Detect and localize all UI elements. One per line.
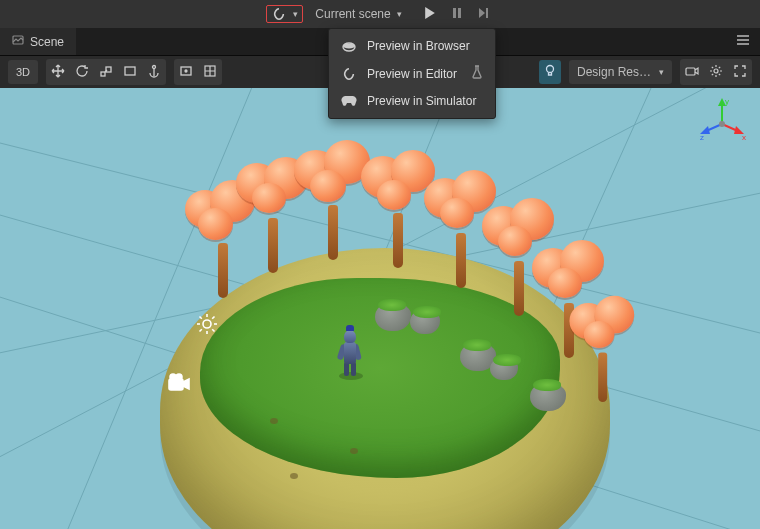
editor-preview-icon (341, 67, 357, 81)
scene-selector-dropdown[interactable]: Current scene ▾ (309, 5, 407, 23)
svg-line-39 (722, 124, 740, 132)
viewport-options-group (680, 59, 752, 85)
pause-button[interactable] (448, 5, 466, 24)
scene-island (160, 248, 610, 529)
axis-y-label: y (725, 97, 729, 106)
svg-rect-8 (106, 67, 111, 72)
scene-character-knight (335, 328, 365, 378)
chevron-down-icon: ▾ (293, 9, 298, 19)
axis-z-label: z (700, 133, 704, 142)
chevron-down-icon: ▾ (659, 67, 664, 77)
pivot-center-button[interactable] (175, 60, 197, 84)
svg-point-16 (714, 69, 718, 73)
rotate-tool-button[interactable] (71, 60, 93, 84)
design-resolution-label: Design Res… (577, 65, 651, 79)
tab-scene-label: Scene (30, 35, 64, 49)
mode-3d-label: 3D (16, 66, 30, 78)
pivot-icon (179, 64, 193, 80)
anchor-icon (147, 64, 161, 80)
browser-icon (341, 39, 357, 53)
rotate-icon (75, 64, 89, 80)
svg-rect-9 (125, 67, 135, 75)
menu-item-preview-browser[interactable]: Preview in Browser (329, 33, 495, 59)
globe-icon (203, 64, 217, 80)
svg-marker-38 (718, 98, 726, 106)
svg-point-45 (343, 44, 355, 49)
scene-viewport[interactable]: x y z (0, 88, 760, 529)
play-menubar: ▾ Current scene ▾ (0, 0, 760, 28)
lightbulb-icon (544, 64, 556, 80)
scene-selector-label: Current scene (315, 7, 390, 21)
svg-rect-15 (686, 68, 695, 75)
svg-point-10 (153, 66, 156, 69)
local-global-button[interactable] (199, 60, 221, 84)
svg-rect-7 (101, 72, 105, 76)
gamepad-icon (341, 95, 357, 107)
move-icon (51, 64, 65, 80)
menu-item-label: Preview in Browser (367, 39, 470, 53)
svg-point-14 (546, 66, 553, 73)
play-button[interactable] (420, 5, 440, 24)
viewport-camera-button[interactable] (681, 60, 703, 84)
axis-x-label: x (742, 133, 746, 142)
scale-tool-button[interactable] (95, 60, 117, 84)
menu-item-preview-editor[interactable]: Preview in Editor (329, 59, 495, 88)
move-tool-button[interactable] (47, 60, 69, 84)
editor-preview-icon (271, 7, 287, 21)
rect-tool-button[interactable] (119, 60, 141, 84)
mode-3d-button[interactable]: 3D (8, 60, 38, 84)
transform-tool-group (46, 59, 166, 85)
anchor-tool-button[interactable] (143, 60, 165, 84)
menu-item-preview-simulator[interactable]: Preview in Simulator (329, 88, 495, 114)
flask-icon (471, 65, 483, 82)
chevron-down-icon: ▾ (397, 9, 402, 19)
preview-mode-dropdown[interactable]: ▾ (266, 5, 303, 23)
svg-rect-0 (453, 8, 456, 18)
tab-scene[interactable]: Scene (0, 28, 76, 55)
pivot-tool-group (174, 59, 222, 85)
menu-item-label: Preview in Simulator (367, 94, 476, 108)
menu-item-label: Preview in Editor (367, 67, 457, 81)
gear-icon (709, 64, 723, 80)
svg-marker-42 (700, 126, 710, 134)
svg-rect-2 (486, 8, 488, 18)
rect-icon (123, 64, 137, 80)
panel-menu-button[interactable] (726, 28, 760, 55)
design-resolution-dropdown[interactable]: Design Res… ▾ (569, 60, 672, 84)
svg-line-41 (704, 124, 722, 132)
step-button[interactable] (474, 5, 494, 24)
viewport-expand-button[interactable] (729, 60, 751, 84)
svg-point-43 (719, 121, 725, 127)
svg-marker-40 (734, 126, 744, 134)
viewport-settings-button[interactable] (705, 60, 727, 84)
expand-icon (733, 64, 747, 80)
preview-mode-menu: Preview in Browser Preview in Editor Pre… (328, 28, 496, 119)
svg-rect-1 (458, 8, 461, 18)
hamburger-icon (736, 34, 750, 49)
camera-icon (685, 65, 699, 79)
axis-gizmo: x y z (698, 96, 746, 144)
lighting-toggle-button[interactable] (539, 60, 561, 84)
scale-icon (99, 64, 113, 80)
image-icon (12, 34, 24, 49)
svg-point-12 (185, 70, 187, 72)
